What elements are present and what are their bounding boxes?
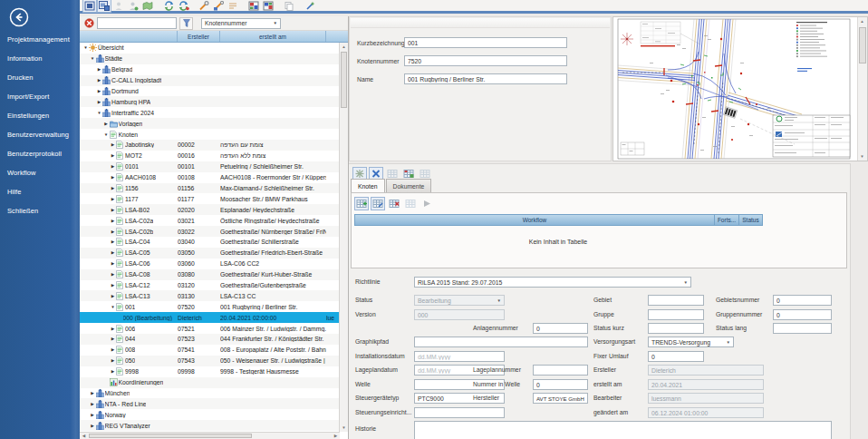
tree-row[interactable]: ▶00807541008 - Europaplatz / Alte Postst… <box>80 345 340 356</box>
table-delete-icon[interactable] <box>387 197 401 210</box>
sidebar-item-schließen[interactable]: Schließen <box>7 207 38 215</box>
expand-closed-icon[interactable]: ▶ <box>110 175 116 180</box>
tree-row[interactable]: ▶NTA - Red Line <box>80 398 340 409</box>
expand-closed-icon[interactable]: ▶ <box>110 186 116 190</box>
expand-closed-icon[interactable]: ▶ <box>96 89 102 93</box>
kurzbezeichnung-field[interactable] <box>404 37 567 48</box>
tree-row[interactable]: ▶LSA-C0503050Goethestraße/ Friedrich-Ebe… <box>80 248 340 259</box>
tree-row-selected[interactable]: 000 (Bearbeitung)Dieterich20.04.2021 02:… <box>80 312 340 323</box>
column-header-ersteller[interactable]: Ersteller <box>178 31 220 42</box>
sidebar-item-workflow[interactable]: Workflow <box>7 169 36 177</box>
tab-knoten[interactable]: Knoten <box>351 179 385 193</box>
sidebar-item-information[interactable]: Information <box>7 54 43 63</box>
user-green-icon[interactable] <box>126 0 140 13</box>
tree-horizontal-scrollbar[interactable]: ◀ ▶ <box>80 432 340 439</box>
expand-closed-icon[interactable]: ▶ <box>96 100 102 104</box>
expand-closed-icon[interactable]: ▶ <box>110 369 116 374</box>
image-red2-icon[interactable] <box>261 0 275 13</box>
tree-row[interactable]: ▼Knoten <box>80 129 340 140</box>
tree-row[interactable]: ▶MOT200016צומת ללא העדפה <box>80 151 340 161</box>
scroll-up-icon[interactable]: ▲ <box>858 17 866 25</box>
tree-row[interactable]: ▶REG VTanalyzer <box>80 420 340 431</box>
tree-row[interactable]: ▶München <box>80 388 340 399</box>
scrollbar-thumb[interactable] <box>341 52 347 108</box>
sidebar-item-import-export[interactable]: Import/Export <box>7 93 49 101</box>
scroll-left-icon[interactable]: ◀ <box>80 432 88 439</box>
sync-icon[interactable] <box>161 0 176 13</box>
gruppe-field[interactable] <box>648 309 704 320</box>
sidebar-item-drucken[interactable]: Drucken <box>7 73 34 82</box>
status-kurz-field[interactable] <box>648 323 704 334</box>
expand-closed-icon[interactable]: ▶ <box>110 164 116 169</box>
tree-row[interactable]: ▶LSA-C0603060LSA-C06 CC2 <box>80 259 340 269</box>
scroll-down-icon[interactable]: ▼ <box>858 152 866 161</box>
sidebar-item-einstellungen[interactable]: Einstellungen <box>7 112 49 120</box>
sidebar-item-projektmanagement[interactable]: Projektmanagement <box>7 35 70 44</box>
tree-row[interactable]: ▶115601156Max-Diamand-/ Schleißheimer St… <box>80 183 340 194</box>
sync-red-icon[interactable] <box>176 0 190 13</box>
expand-closed-icon[interactable]: ▶ <box>96 78 102 83</box>
clear-filter-icon[interactable] <box>83 18 94 29</box>
table-add-icon[interactable] <box>354 197 369 210</box>
tree-row[interactable]: ▶117701177Moosacher Str./ BMW Parkhaus <box>80 193 340 204</box>
expand-open-icon[interactable]: ▼ <box>110 305 116 309</box>
status-lang-field[interactable] <box>773 323 832 334</box>
table-edit-icon[interactable] <box>371 197 385 210</box>
expand-closed-icon[interactable]: ▶ <box>110 250 116 255</box>
fixer-umlauf-field[interactable] <box>648 351 704 362</box>
expand-closed-icon[interactable]: ▶ <box>110 327 116 331</box>
filter-column-dropdown[interactable]: Knotennummer ▼ <box>201 18 281 29</box>
expand-closed-icon[interactable]: ▶ <box>90 424 96 428</box>
expand-closed-icon[interactable]: ▶ <box>110 142 116 147</box>
scroll-up-icon[interactable]: ▲ <box>340 43 348 51</box>
tree-row[interactable]: ▶LSA-C02a03021Östliche Ringstraße/ Heyde… <box>80 215 340 226</box>
expand-closed-icon[interactable]: ▶ <box>110 229 116 234</box>
anlagennummer-field[interactable] <box>533 323 588 334</box>
expand-closed-icon[interactable]: ▶ <box>110 294 116 298</box>
play-icon[interactable] <box>420 197 434 210</box>
expand-closed-icon[interactable]: ▶ <box>110 272 116 277</box>
tree-row[interactable]: ▶05007543050 - Weisenauer Str. / Ludwigs… <box>80 356 340 366</box>
tree-row[interactable]: ▶Norway <box>80 409 340 420</box>
map-vertical-scrollbar[interactable]: ▲ ▼ <box>857 17 867 161</box>
filter-funnel-icon[interactable] <box>179 17 193 30</box>
expand-open-icon[interactable]: ▼ <box>82 45 89 50</box>
steuerungseinrichtung-field[interactable] <box>414 407 505 418</box>
expand-closed-icon[interactable]: ▶ <box>110 358 116 363</box>
expand-closed-icon[interactable]: ▶ <box>90 391 96 395</box>
tree-row[interactable]: ▶C-CALL Ingolstadt <box>80 75 340 86</box>
expand-closed-icon[interactable]: ▶ <box>110 219 116 223</box>
copy-icon[interactable] <box>282 0 296 13</box>
framed-image-icon[interactable] <box>82 0 97 13</box>
scrollbar-thumb[interactable] <box>859 27 866 63</box>
tree-vertical-scrollbar[interactable]: ▲ ▼ <box>339 43 348 432</box>
image-red-icon[interactable] <box>246 0 261 13</box>
expand-open-icon[interactable]: ▼ <box>96 111 102 115</box>
tree-row[interactable]: ▶Dortmund <box>80 86 340 97</box>
tree-row[interactable]: ▶9998099989998 - Testgerät Hausmesse <box>80 366 340 377</box>
expand-closed-icon[interactable]: ▶ <box>110 283 116 288</box>
tree-row[interactable]: ▶Hamburg HPA <box>80 96 340 107</box>
expand-closed-icon[interactable]: ▶ <box>110 337 116 341</box>
map-icon[interactable] <box>140 0 155 13</box>
expand-open-icon[interactable]: ▼ <box>90 56 96 61</box>
expand-closed-icon[interactable]: ▶ <box>110 153 116 158</box>
tree-row[interactable]: ▶AACH010800108AACH0108 - Roermonder Str … <box>80 172 340 183</box>
tab-dokumente[interactable]: Dokumente <box>386 179 432 193</box>
sidebar-item-benutzerverwaltung[interactable]: Benutzerverwaltung <box>7 131 69 139</box>
tree-row[interactable]: ▶LSA-B0202020Esplanade/ Heydechstraße <box>80 204 340 215</box>
tree-row[interactable]: ▶LSA-C0803080Goethestraße/ Kurt-Huber-St… <box>80 269 340 280</box>
expand-closed-icon[interactable]: ▶ <box>103 122 110 126</box>
column-header-workflow[interactable]: Workflow <box>354 214 715 226</box>
tree-row[interactable]: ▼00107520001 Rugbyring / Berliner Str. <box>80 301 340 312</box>
tree-row[interactable]: ▶LSA-C02b03022Goethestraße/ Nürnberger S… <box>80 226 340 237</box>
table-select-icon[interactable] <box>403 197 418 210</box>
tree-row[interactable]: ▶LSA-C0403040Goethestraße/ Schillerstraß… <box>80 237 340 248</box>
richtlinie-dropdown[interactable]: RiLSA 2015 Stand: 29.07.2015▼ <box>414 277 691 288</box>
tree-row[interactable]: ▶Vorlagen <box>80 118 340 129</box>
wrench-icon[interactable] <box>197 0 211 13</box>
expand-closed-icon[interactable]: ▶ <box>110 261 116 266</box>
wizard-icon[interactable] <box>303 0 317 13</box>
expand-closed-icon[interactable]: ▶ <box>110 208 116 212</box>
tree-row[interactable]: Koordinierungen <box>80 377 340 388</box>
